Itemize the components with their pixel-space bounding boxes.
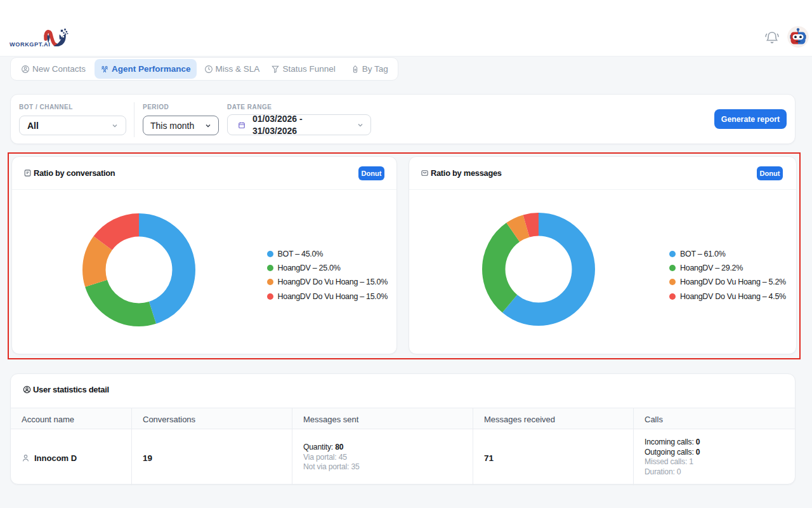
svg-text:WORKGPT.AI: WORKGPT.AI — [10, 41, 51, 48]
